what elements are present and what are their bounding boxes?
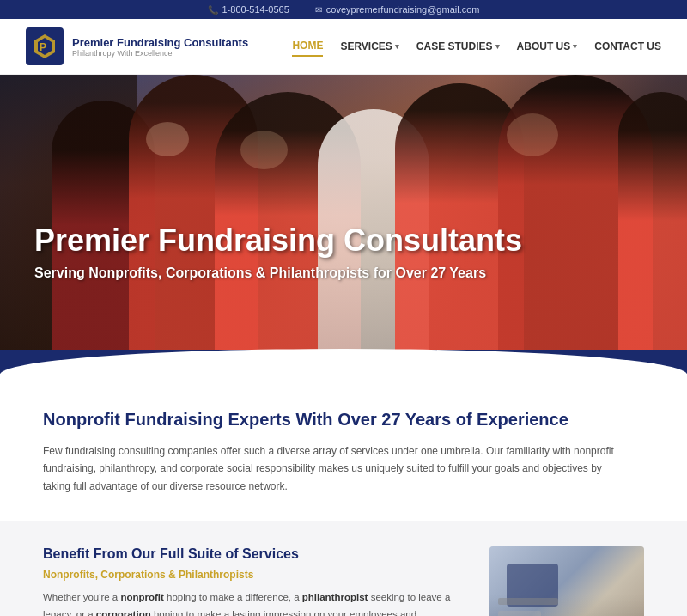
about-body: Few fundraising consulting companies off… xyxy=(43,442,627,495)
logo-company-name: Premier Fundraising Consultants xyxy=(72,36,248,49)
about-heading: Nonprofit Fundraising Experts With Over … xyxy=(43,408,644,430)
services-subheading: Nonprofits, Corporations & Philanthropis… xyxy=(43,569,464,581)
navbar: P Premier Fundraising Consultants Philan… xyxy=(0,19,687,75)
phone-icon xyxy=(208,4,218,15)
services-heading: Benefit From Our Full Suite of Services xyxy=(43,546,464,562)
logo-svg: P xyxy=(31,33,58,60)
logo-tagline: Philanthropy With Excellence xyxy=(72,49,248,58)
email-contact: coveypremerfundraising@gmail.com xyxy=(315,4,480,15)
services-left: Benefit From Our Full Suite of Services … xyxy=(43,546,464,616)
phone-number[interactable]: 1-800-514-0565 xyxy=(222,4,289,15)
logo-icon: P xyxy=(26,27,64,65)
logo[interactable]: P Premier Fundraising Consultants Philan… xyxy=(26,27,248,65)
nav-home[interactable]: HOME xyxy=(292,36,323,57)
svg-text:P: P xyxy=(40,41,46,53)
chevron-down-icon: ▾ xyxy=(495,42,500,51)
about-section: Nonprofit Fundraising Experts With Over … xyxy=(0,374,687,521)
top-bar: 1-800-514-0565 coveypremerfundraising@gm… xyxy=(0,0,687,19)
chevron-down-icon: ▾ xyxy=(573,42,577,51)
hero-title: Premier Fundraising Consultants xyxy=(34,222,522,259)
email-address[interactable]: coveypremerfundraising@gmail.com xyxy=(326,4,480,15)
services-section: Benefit From Our Full Suite of Services … xyxy=(0,521,687,616)
nav-services[interactable]: SERVICES ▾ xyxy=(340,37,398,56)
hero-text: Premier Fundraising Consultants Serving … xyxy=(34,222,522,281)
hero-image xyxy=(0,75,687,350)
phone-contact: 1-800-514-0565 xyxy=(208,4,289,15)
logo-text: Premier Fundraising Consultants Philanth… xyxy=(72,36,248,58)
services-body: Whether you're a nonprofit hoping to mak… xyxy=(43,589,464,616)
meeting-photo xyxy=(489,546,644,616)
nav-contact-us[interactable]: CONTACT US xyxy=(594,37,661,56)
hero-background xyxy=(0,75,687,350)
services-image xyxy=(489,546,644,616)
wave-divider xyxy=(0,350,687,374)
nav-case-studies[interactable]: CASE STUDIES ▾ xyxy=(416,37,500,56)
email-icon xyxy=(315,4,322,15)
philanthropist-bold: philanthropist xyxy=(302,592,368,602)
nav-about-us[interactable]: ABOUT US ▾ xyxy=(517,37,578,56)
nonprofit-bold: nonprofit xyxy=(120,592,163,602)
hero-subtitle: Serving Nonprofits, Corporations & Phila… xyxy=(34,265,522,281)
nav-links: HOME SERVICES ▾ CASE STUDIES ▾ ABOUT US … xyxy=(292,36,661,57)
hero-section: Premier Fundraising Consultants Serving … xyxy=(0,75,687,350)
chevron-down-icon: ▾ xyxy=(395,42,399,51)
corporation-bold: corporation xyxy=(96,609,151,616)
